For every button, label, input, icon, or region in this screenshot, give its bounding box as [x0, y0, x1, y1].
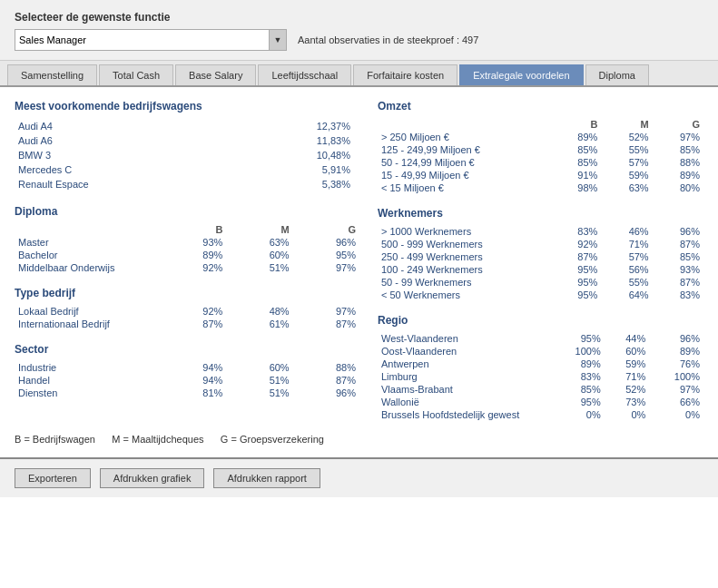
werknemers-b: 83% — [550, 225, 601, 238]
function-label: Selecteer de gewenste functie — [15, 11, 703, 24]
type-label: Lokaal Bedrijf — [15, 305, 160, 318]
tab-base-salary[interactable]: Base Salary — [175, 64, 256, 85]
print-chart-button[interactable]: Afdrukken grafiek — [100, 468, 205, 488]
regio-m: 71% — [605, 370, 650, 383]
print-report-button[interactable]: Afdrukken rapport — [213, 468, 320, 488]
regio-b: 83% — [550, 370, 605, 383]
regio-row: Antwerpen89%59%76% — [378, 358, 703, 370]
diploma-row: Middelbaar Onderwijs92%51%97% — [15, 261, 359, 274]
regio-g: 76% — [649, 358, 703, 370]
car-row: BMW 310,48% — [16, 149, 358, 162]
car-name: Renault Espace — [16, 178, 231, 191]
werknemers-label: < 50 Werknemers — [378, 289, 550, 301]
werknemers-table: > 1000 Werknemers83%46%96%500 - 999 Werk… — [378, 225, 703, 301]
diploma-row: Master93%63%96% — [15, 236, 359, 249]
cars-title: Meest voorkomende bedrijfswagens — [15, 100, 359, 113]
omzet-m-header: M — [601, 118, 652, 131]
car-value: 5,38% — [233, 178, 358, 191]
sector-m: 51% — [226, 387, 292, 399]
car-name: BMW 3 — [16, 149, 231, 162]
tab-diploma[interactable]: Diploma — [585, 64, 649, 85]
car-name: Audi A6 — [16, 134, 231, 147]
tab-extralegale-voordelen[interactable]: Extralegale voordelen — [459, 64, 583, 85]
legend-m: M = Maaltijdcheques — [112, 434, 203, 445]
werknemers-label: 50 - 99 Werknemers — [378, 276, 550, 289]
sector-row: Industrie94%60%88% — [15, 361, 359, 374]
select-wrapper[interactable]: Sales Manager ▼ — [15, 29, 287, 51]
werknemers-g: 93% — [653, 263, 703, 276]
omzet-label: 50 - 124,99 Miljoen € — [378, 156, 550, 169]
regio-g: 96% — [649, 332, 703, 345]
werknemers-label: 500 - 999 Werknemers — [378, 238, 550, 250]
regio-label: Limburg — [378, 370, 550, 383]
left-column: Meest voorkomende bedrijfswagens Audi A4… — [15, 100, 359, 421]
omzet-m: 57% — [601, 156, 652, 169]
car-value: 11,83% — [233, 134, 358, 147]
werknemers-m: 46% — [601, 225, 652, 238]
omzet-g: 85% — [653, 143, 703, 156]
function-select[interactable]: Sales Manager — [15, 29, 287, 51]
werknemers-row: 250 - 499 Werknemers87%57%85% — [378, 250, 703, 263]
diploma-m: 63% — [226, 236, 292, 249]
werknemers-b: 95% — [550, 276, 601, 289]
export-button[interactable]: Exporteren — [15, 468, 91, 488]
regio-table: West-Vlaanderen95%44%96%Oost-Vlaanderen1… — [378, 332, 703, 421]
diploma-b: 93% — [160, 236, 226, 249]
omzet-row: > 250 Miljoen €89%52%97% — [378, 131, 703, 143]
type-row: Internationaal Bedrijf87%61%87% — [15, 318, 359, 330]
werknemers-b: 95% — [550, 289, 601, 301]
omzet-table: B M G > 250 Miljoen €89%52%97%125 - 249,… — [378, 118, 703, 194]
omzet-m: 59% — [601, 169, 652, 181]
werknemers-b: 95% — [550, 263, 601, 276]
omzet-label: < 15 Miljoen € — [378, 181, 550, 194]
omzet-title: Omzet — [378, 100, 703, 113]
werknemers-row: 100 - 249 Werknemers95%56%93% — [378, 263, 703, 276]
omzet-row: 15 - 49,99 Miljoen €91%59%89% — [378, 169, 703, 181]
omzet-label: 15 - 49,99 Miljoen € — [378, 169, 550, 181]
sector-row: Diensten81%51%96% — [15, 387, 359, 399]
sector-g: 96% — [293, 387, 359, 399]
tab-samenstelling[interactable]: Samenstelling — [7, 64, 97, 85]
regio-row: Oost-Vlaanderen100%60%89% — [378, 345, 703, 358]
sector-title: Sector — [15, 343, 359, 356]
tab-forfaitaire-kosten[interactable]: Forfaitaire kosten — [353, 64, 457, 85]
legend: B = Bedrijfswagen M = Maaltijdcheques G … — [15, 434, 703, 445]
top-section: Selecteer de gewenste functie Sales Mana… — [0, 0, 718, 61]
omzet-g: 80% — [653, 181, 703, 194]
tab-leeftijdsschaal[interactable]: Leeftijdsschaal — [258, 64, 351, 85]
omzet-row: 50 - 124,99 Miljoen €85%57%88% — [378, 156, 703, 169]
werknemers-row: > 1000 Werknemers83%46%96% — [378, 225, 703, 238]
werknemers-g: 83% — [653, 289, 703, 301]
car-name: Mercedes C — [16, 163, 231, 176]
sector-table: Industrie94%60%88%Handel94%51%87%Dienste… — [15, 361, 359, 399]
regio-row: Limburg83%71%100% — [378, 370, 703, 383]
main-content: Meest voorkomende bedrijfswagens Audi A4… — [0, 87, 718, 457]
regio-label: Vlaams-Brabant — [378, 383, 550, 396]
omzet-row: 125 - 249,99 Miljoen €85%55%85% — [378, 143, 703, 156]
omzet-m: 55% — [601, 143, 652, 156]
werknemers-m: 71% — [601, 238, 652, 250]
omzet-b: 85% — [550, 156, 601, 169]
diploma-title: Diploma — [15, 205, 359, 218]
diploma-m: 60% — [226, 249, 292, 261]
werknemers-label: 250 - 499 Werknemers — [378, 250, 550, 263]
werknemers-m: 56% — [601, 263, 652, 276]
regio-m: 59% — [605, 358, 650, 370]
tab-total-cash[interactable]: Total Cash — [99, 64, 173, 85]
werknemers-row: < 50 Werknemers95%64%83% — [378, 289, 703, 301]
werknemers-row: 50 - 99 Werknemers95%55%87% — [378, 276, 703, 289]
regio-row: Brussels Hoofdstedelijk gewest0%0%0% — [378, 408, 703, 421]
tabs-row: Samenstelling Total Cash Base Salary Lee… — [0, 61, 718, 87]
regio-m: 52% — [605, 383, 650, 396]
type-row: Lokaal Bedrijf92%48%97% — [15, 305, 359, 318]
omzet-b: 91% — [550, 169, 601, 181]
regio-m: 73% — [605, 396, 650, 408]
werknemers-label: > 1000 Werknemers — [378, 225, 550, 238]
regio-g: 89% — [649, 345, 703, 358]
regio-b: 95% — [550, 332, 605, 345]
diploma-g: 96% — [293, 236, 359, 249]
cars-table: Audi A412,37%Audi A611,83%BMW 310,48%Mer… — [15, 118, 359, 192]
car-row: Mercedes C5,91% — [16, 163, 358, 176]
omzet-g: 88% — [653, 156, 703, 169]
omzet-g-header: G — [653, 118, 703, 131]
